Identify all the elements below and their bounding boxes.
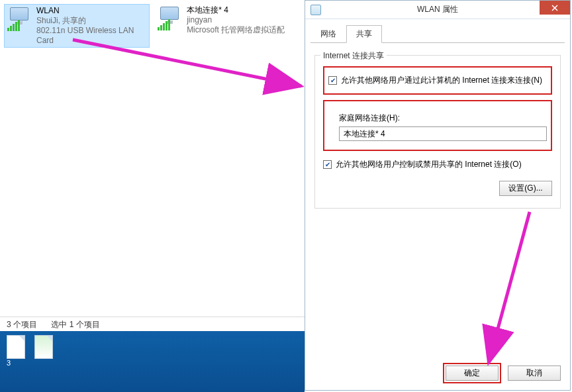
adapter-name: WLAN — [36, 6, 148, 16]
adapter-name: 本地连接* 4 — [187, 5, 285, 15]
status-count: 3 个项目 — [7, 320, 37, 329]
dialog-buttons: 确定 取消 — [305, 361, 570, 385]
adapter-wlan[interactable]: WLAN ShuiJi, 共享的 802.11n USB Wireless LA… — [4, 4, 150, 48]
allow-connect-label: 允许其他网络用户通过此计算机的 Internet 连接来连接(N) — [341, 75, 542, 86]
adapter-status: ShuiJi, 共享的 — [36, 16, 148, 26]
adapter-status: jingyan — [187, 15, 285, 25]
taskbar-doc-icon[interactable] — [7, 335, 25, 359]
highlight-allow-connect: 允许其他网络用户通过此计算机的 Internet 连接来连接(N) — [323, 66, 552, 95]
adapter-device: 802.11n USB Wireless LAN Card — [36, 26, 148, 46]
explorer-statusbar: 3 个项目 选中 1 个项目 — [0, 317, 305, 331]
ics-groupbox: Internet 连接共享 允许其他网络用户通过此计算机的 Internet 连… — [314, 55, 561, 209]
wifi-adapter-icon — [156, 5, 183, 32]
dialog-title: WLAN 属性 — [305, 4, 570, 15]
taskbar: 3 — [0, 331, 305, 392]
settings-button[interactable]: 设置(G)... — [499, 181, 552, 196]
tabstrip: 网络 共享 — [310, 24, 565, 43]
adapter-device: Microsoft 托管网络虚拟适配 — [187, 25, 285, 35]
home-network-select[interactable]: 本地连接* 4 — [339, 126, 547, 141]
cancel-button-label: 取消 — [526, 368, 542, 379]
taskbar-badge: 3 — [7, 359, 11, 367]
ok-button-label: 确定 — [464, 368, 480, 379]
status-selection: 选中 1 个项目 — [51, 320, 99, 329]
ok-button[interactable]: 确定 — [446, 366, 499, 381]
adapter-local4[interactable]: 本地连接* 4 jingyan Microsoft 托管网络虚拟适配 — [155, 4, 301, 48]
close-icon — [551, 5, 558, 11]
ics-legend: Internet 连接共享 — [320, 50, 387, 62]
tab-network[interactable]: 网络 — [310, 25, 346, 43]
wifi-adapter-icon — [6, 6, 32, 32]
allow-control-label: 允许其他网络用户控制或禁用共享的 Internet 连接(O) — [336, 159, 522, 170]
dialog-app-icon — [310, 5, 321, 15]
network-connections-pane: WLAN ShuiJi, 共享的 802.11n USB Wireless LA… — [0, 0, 305, 318]
highlight-ok: 确定 — [443, 363, 501, 383]
cancel-button[interactable]: 取消 — [508, 366, 561, 381]
tab-sharing[interactable]: 共享 — [346, 25, 382, 43]
home-network-label: 家庭网络连接(H): — [339, 113, 547, 124]
taskbar-sheet-icon[interactable] — [34, 335, 53, 359]
allow-connect-checkbox[interactable] — [328, 76, 337, 85]
highlight-home-network: 家庭网络连接(H): 本地连接* 4 — [323, 100, 552, 151]
close-button[interactable] — [540, 1, 570, 15]
home-network-value: 本地连接* 4 — [344, 128, 385, 140]
allow-control-checkbox[interactable] — [323, 160, 332, 169]
titlebar: WLAN 属性 — [305, 1, 570, 19]
settings-button-label: 设置(G)... — [508, 183, 542, 194]
wlan-properties-dialog: WLAN 属性 网络 共享 Internet 连接共享 允许其他网络用户通过此计… — [305, 0, 571, 391]
